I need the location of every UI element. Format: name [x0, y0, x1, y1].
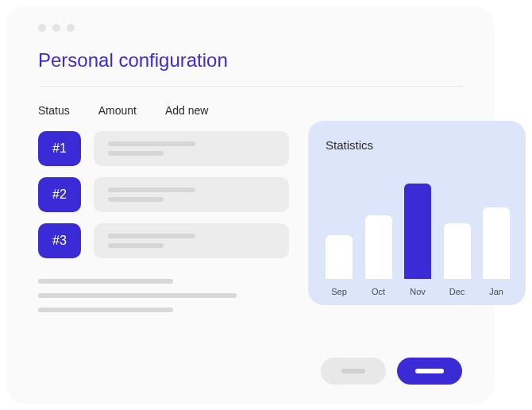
row-content — [94, 177, 289, 212]
statistics-title: Statistics — [326, 138, 510, 152]
row-badge: #3 — [38, 223, 81, 258]
placeholder-line — [38, 279, 173, 284]
page-title: Personal configuration — [38, 49, 462, 72]
chart-axis-label: Jan — [483, 287, 510, 296]
chart-axis-label: Dec — [444, 287, 471, 296]
statistics-card: Statistics SepOctNovDecJan — [308, 121, 526, 305]
divider — [38, 86, 462, 87]
footer-buttons — [321, 358, 462, 385]
placeholder-line — [108, 243, 164, 248]
button-label-placeholder — [341, 369, 365, 373]
row-badge: #2 — [38, 177, 81, 212]
bar-chart — [326, 168, 510, 279]
placeholder-line — [108, 188, 195, 192]
placeholder-line — [38, 293, 237, 298]
chart-bar[interactable] — [404, 184, 431, 279]
window-dot-icon — [67, 24, 75, 32]
tab-status[interactable]: Status — [38, 104, 70, 117]
chart-bar[interactable] — [483, 207, 510, 279]
chart-axis-label: Oct — [365, 287, 392, 296]
cancel-button[interactable] — [321, 358, 386, 385]
placeholder-line — [108, 141, 195, 146]
confirm-button[interactable] — [397, 358, 462, 385]
chart-axis-label: Nov — [404, 287, 431, 296]
chart-labels: SepOctNovDecJan — [326, 287, 510, 296]
placeholder-line — [108, 197, 164, 202]
placeholder-line — [108, 151, 164, 156]
chart-axis-label: Sep — [326, 287, 353, 296]
window-dot-icon — [38, 24, 46, 32]
tab-add-new[interactable]: Add new — [165, 104, 208, 117]
row-content — [94, 131, 289, 166]
button-label-placeholder — [415, 369, 444, 373]
chart-bar[interactable] — [365, 215, 392, 279]
chart-bar[interactable] — [444, 223, 471, 279]
row-badge: #1 — [38, 131, 81, 166]
window-dot-icon — [52, 24, 60, 32]
tabs: Status Amount Add new — [38, 104, 462, 117]
placeholder-line — [108, 234, 195, 238]
placeholder-line — [38, 308, 173, 312]
chart-bar[interactable] — [326, 235, 353, 279]
tab-amount[interactable]: Amount — [98, 104, 137, 117]
row-content — [94, 223, 289, 258]
window-controls — [38, 24, 462, 32]
